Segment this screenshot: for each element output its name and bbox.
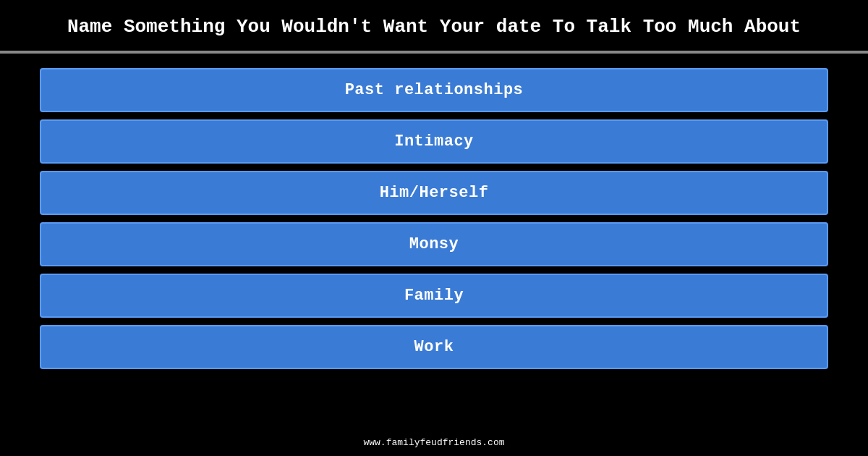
answer-label-4: Monsy [409, 235, 459, 253]
header-section: Name Something You Wouldn't Want Your da… [0, 0, 868, 51]
answer-label-5: Family [404, 287, 464, 305]
answer-item-6[interactable]: Work [40, 325, 828, 369]
answer-item-5[interactable]: Family [40, 274, 828, 318]
answer-label-1: Past relationships [345, 81, 524, 99]
answer-item-1[interactable]: Past relationships [40, 68, 828, 112]
answer-item-4[interactable]: Monsy [40, 222, 828, 266]
footer-url: www.familyfeudfriends.com [363, 437, 504, 448]
question-title: Name Something You Wouldn't Want Your da… [29, 16, 839, 38]
answer-item-2[interactable]: Intimacy [40, 119, 828, 164]
footer: www.familyfeudfriends.com [0, 436, 868, 449]
answer-label-2: Intimacy [394, 132, 474, 151]
answer-item-3[interactable]: Him/Herself [40, 171, 828, 215]
answer-label-3: Him/Herself [380, 184, 489, 202]
answer-label-6: Work [414, 338, 454, 356]
header-divider [0, 51, 868, 54]
answers-list: Past relationshipsIntimacyHim/HerselfMon… [0, 59, 868, 378]
